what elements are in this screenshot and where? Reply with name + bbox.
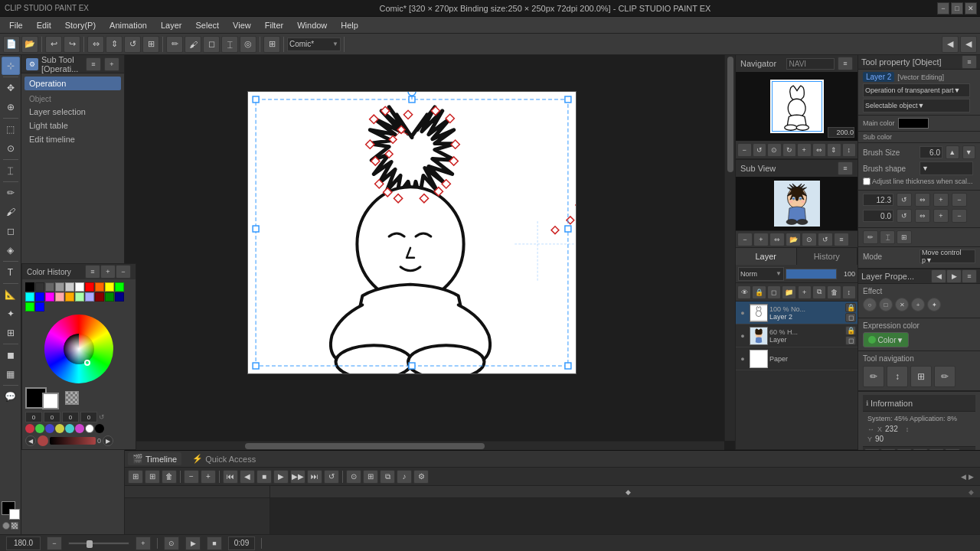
- brush-btn[interactable]: 🖌: [185, 36, 201, 53]
- tool-eyedrop[interactable]: ⌶: [2, 161, 20, 180]
- tool-prop-menu[interactable]: ≡: [962, 55, 977, 69]
- color-dot-6[interactable]: [75, 424, 84, 433]
- swatch-pink[interactable]: [55, 292, 64, 302]
- tl-play[interactable]: ▶: [273, 470, 289, 484]
- menu-story[interactable]: Story(P): [59, 19, 102, 31]
- tl-prev[interactable]: ⏮: [223, 470, 238, 484]
- swatch-red[interactable]: [85, 282, 94, 292]
- adjust-checkbox[interactable]: [863, 178, 871, 185]
- nav-tool-btn1[interactable]: ✏: [863, 366, 884, 387]
- tool-brush[interactable]: 🖌: [2, 203, 20, 221]
- flip-v-btn[interactable]: ⇕: [106, 36, 122, 53]
- pen-btn3[interactable]: ⊞: [897, 230, 912, 244]
- menu-edit[interactable]: Edit: [31, 19, 57, 31]
- layer-merge-btn[interactable]: ↕: [842, 285, 856, 299]
- new-canvas-btn[interactable]: 📄: [3, 36, 20, 53]
- handle-tr[interactable]: [564, 96, 570, 103]
- zoom-slider-thumb[interactable]: [87, 540, 93, 548]
- tool-frame[interactable]: ⊞: [2, 324, 20, 342]
- layer-vis-btn[interactable]: 👁: [737, 285, 751, 299]
- nav-tool-btn2[interactable]: ↕: [887, 366, 908, 387]
- menu-select[interactable]: Select: [190, 19, 226, 31]
- circle-btn[interactable]: ◎: [240, 36, 256, 53]
- eraser-btn[interactable]: ◻: [203, 36, 220, 53]
- tool-pen[interactable]: ✏: [2, 184, 20, 202]
- blend-mode-select[interactable]: Norm ▼: [738, 267, 784, 281]
- tool-speech[interactable]: 💬: [2, 387, 20, 406]
- grid-btn[interactable]: ⊞: [263, 36, 280, 53]
- brush-size-input[interactable]: [920, 146, 942, 158]
- swatch-white[interactable]: [75, 282, 84, 292]
- opacity-slider[interactable]: [786, 269, 837, 279]
- layer-1-lock[interactable]: 🔒: [845, 303, 856, 312]
- color-next-btn[interactable]: ▶: [103, 435, 113, 446]
- nav-rotate-ccw[interactable]: ↺: [753, 143, 767, 157]
- value2-input[interactable]: [863, 210, 893, 222]
- tool-star[interactable]: ✦: [2, 305, 20, 323]
- h-scroll-thumb[interactable]: [245, 443, 485, 449]
- tool-ruler[interactable]: 📐: [2, 285, 20, 304]
- tool-selection[interactable]: ⬚: [2, 120, 20, 139]
- nav-zoom-input[interactable]: [828, 127, 854, 138]
- swatch-mid[interactable]: [45, 282, 54, 292]
- status-zoom-input[interactable]: [6, 536, 41, 550]
- layer-1-vis[interactable]: ●: [737, 308, 748, 318]
- tl-settings[interactable]: ⚙: [413, 470, 429, 484]
- nav-zoom-out[interactable]: −: [737, 143, 752, 157]
- val1-flip[interactable]: ⇔: [915, 193, 930, 207]
- layer-row-1[interactable]: ●: [736, 302, 858, 324]
- effect-btn-cross[interactable]: ✕: [895, 298, 909, 311]
- sub-color-box[interactable]: [42, 393, 59, 409]
- tool-zoom[interactable]: ⊕: [2, 98, 20, 116]
- swatch-black[interactable]: [25, 282, 34, 292]
- handle-bl[interactable]: [253, 363, 259, 369]
- color-wheel[interactable]: [44, 315, 113, 383]
- handle-tl[interactable]: [253, 96, 259, 103]
- swatch-orange[interactable]: [95, 282, 104, 292]
- rotation-handle[interactable]: [408, 92, 416, 96]
- sub-view-reset[interactable]: ⊙: [802, 233, 817, 246]
- sub-view-rotate[interactable]: ↺: [818, 233, 833, 246]
- swatch-cyan[interactable]: [25, 292, 34, 302]
- val2-sub[interactable]: −: [952, 209, 967, 223]
- layer-row-paper[interactable]: ● Paper: [736, 347, 858, 370]
- tl-zoom-in[interactable]: +: [201, 470, 216, 484]
- tool-fill[interactable]: ◈: [2, 241, 20, 259]
- color-prev-btn[interactable]: ◀: [25, 435, 36, 446]
- layer-delete-btn[interactable]: 🗑: [827, 285, 841, 299]
- pen2-btn[interactable]: ⌶: [221, 36, 238, 53]
- tl-onion-skin[interactable]: ⊙: [346, 470, 361, 484]
- tl-play-fwd[interactable]: ▶▶: [290, 470, 305, 484]
- status-stop[interactable]: ■: [207, 536, 222, 550]
- tl-add-frame[interactable]: ⊞: [145, 470, 160, 484]
- effect-btn-circle[interactable]: ○: [863, 298, 877, 311]
- nav-tool-btn3[interactable]: ⊞: [910, 366, 932, 387]
- menu-layer[interactable]: Layer: [155, 19, 188, 31]
- sub-tool-operation[interactable]: Operation: [24, 77, 121, 90]
- tab-quick-access[interactable]: ⚡ Quick Access: [188, 452, 260, 465]
- nav-flip-v[interactable]: ⇕: [827, 143, 841, 157]
- nav-tool-btn4[interactable]: ✏: [934, 366, 956, 387]
- menu-view[interactable]: View: [227, 19, 257, 31]
- tl-stop[interactable]: ■: [256, 470, 272, 484]
- tl-add-layer[interactable]: ⊞: [128, 470, 143, 484]
- val1-add[interactable]: +: [933, 193, 949, 207]
- layer-new-btn[interactable]: +: [798, 285, 812, 299]
- transform-btn[interactable]: ⊞: [142, 36, 159, 53]
- handle-br[interactable]: [564, 363, 570, 369]
- menu-filter[interactable]: Filter: [259, 19, 289, 31]
- redo-btn[interactable]: ↪: [64, 36, 80, 53]
- sub-tool-menu-btn[interactable]: ≡: [86, 57, 101, 71]
- tool-lasso[interactable]: ⊙: [2, 139, 20, 158]
- color-dot-1[interactable]: [25, 424, 34, 433]
- swatch-amber[interactable]: [65, 292, 74, 302]
- color-dot-5[interactable]: [65, 424, 74, 433]
- background-color[interactable]: [9, 509, 20, 520]
- operation-select[interactable]: Operation of transparent part▼: [863, 83, 970, 97]
- tool-gradient[interactable]: ▦: [2, 365, 20, 383]
- layer-prop-menu[interactable]: ≡: [962, 269, 977, 283]
- transparent-color-btn[interactable]: [65, 391, 79, 405]
- sub-tool-light-table[interactable]: Light table: [24, 119, 121, 132]
- status-time-input[interactable]: [228, 536, 255, 550]
- brush-size-down[interactable]: ▼: [962, 145, 976, 159]
